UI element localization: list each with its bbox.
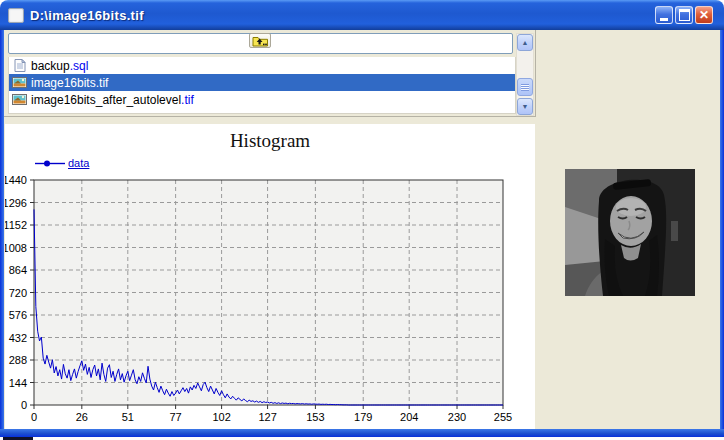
svg-text:1296: 1296 <box>5 197 27 209</box>
svg-text:102: 102 <box>212 411 230 423</box>
svg-text:77: 77 <box>169 411 181 423</box>
svg-text:179: 179 <box>354 411 372 423</box>
arrow-up-icon: ▲ <box>522 39 529 46</box>
arrow-down-icon: ▼ <box>522 103 529 110</box>
file-list[interactable]: backup.sqlimage16bits.tifimage16bits_aft… <box>8 57 516 114</box>
close-icon: ✕ <box>699 9 709 21</box>
svg-text:230: 230 <box>448 411 466 423</box>
histogram-panel: Histogram data 0144288432576720864100811… <box>5 124 535 429</box>
file-extension: .sql <box>70 59 89 73</box>
file-name: image16bits <box>31 76 96 90</box>
window-content: backup.sqlimage16bits.tifimage16bits_aft… <box>4 30 720 429</box>
svg-text:204: 204 <box>400 411 418 423</box>
scrollbar-thumb[interactable] <box>517 78 533 96</box>
file-item[interactable]: backup.sql <box>9 57 515 74</box>
histogram-chart: 0144288432576720864100811521296144002651… <box>5 124 535 429</box>
svg-text:864: 864 <box>9 264 27 276</box>
portrait-image <box>565 169 695 296</box>
svg-text:432: 432 <box>9 332 27 344</box>
minimize-icon <box>660 18 668 21</box>
file-extension: .tif <box>96 76 109 90</box>
app-icon <box>8 8 24 23</box>
svg-text:1152: 1152 <box>5 219 27 231</box>
minimize-button[interactable] <box>655 6 673 24</box>
title-bar[interactable]: D:\image16bits.tif ✕ <box>0 0 724 30</box>
file-browser: backup.sqlimage16bits.tifimage16bits_aft… <box>4 30 536 117</box>
svg-text:0: 0 <box>31 411 37 423</box>
window-title: D:\image16bits.tif <box>30 8 655 23</box>
folder-up-button[interactable] <box>249 33 271 48</box>
svg-text:1440: 1440 <box>5 174 27 186</box>
scroll-down-button[interactable]: ▼ <box>517 98 533 115</box>
preview-photo <box>565 169 695 296</box>
svg-text:720: 720 <box>9 287 27 299</box>
window-border-right <box>720 30 724 429</box>
window-border-bottom <box>0 429 724 437</box>
file-item[interactable]: image16bits.tif <box>9 74 515 91</box>
thumb-grip-icon <box>521 84 529 91</box>
file-name: backup <box>31 59 70 73</box>
maximize-button[interactable] <box>675 6 693 24</box>
svg-text:144: 144 <box>9 377 27 389</box>
screen: D:\image16bits.tif ✕ <box>0 0 724 440</box>
svg-text:51: 51 <box>122 411 134 423</box>
document-icon <box>12 59 27 72</box>
scroll-up-button[interactable]: ▲ <box>517 34 533 51</box>
file-item[interactable]: image16bits_after_autolevel.tif <box>9 91 515 108</box>
svg-text:153: 153 <box>306 411 324 423</box>
svg-text:1008: 1008 <box>5 242 27 254</box>
svg-text:255: 255 <box>494 411 512 423</box>
window-controls: ✕ <box>655 6 713 24</box>
file-name: image16bits_after_autolevel <box>31 93 181 107</box>
image-icon <box>12 76 27 89</box>
image-icon <box>12 93 27 106</box>
close-button[interactable]: ✕ <box>695 6 713 24</box>
svg-text:0: 0 <box>21 399 27 411</box>
app-window: D:\image16bits.tif ✕ <box>0 0 724 437</box>
scrollbar: ▲ ▼ <box>516 33 534 116</box>
maximize-icon <box>679 9 690 21</box>
svg-text:288: 288 <box>9 354 27 366</box>
svg-text:576: 576 <box>9 309 27 321</box>
file-extension: .tif <box>181 93 194 107</box>
svg-text:26: 26 <box>76 411 88 423</box>
folder-up-icon <box>252 35 269 47</box>
svg-text:127: 127 <box>258 411 276 423</box>
